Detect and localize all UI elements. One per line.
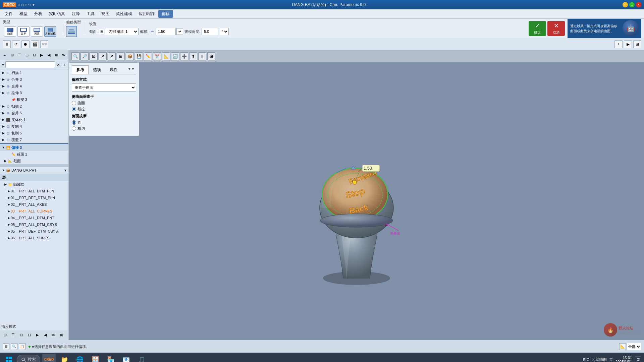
- menu-analysis[interactable]: 分析: [31, 10, 46, 18]
- layer-item-hidden[interactable]: ▶ 📁 隐藏层: [0, 181, 68, 188]
- taskbar-search[interactable]: 搜索: [17, 355, 40, 362]
- panel-btn-2[interactable]: ⊞: [9, 52, 15, 59]
- taskbar-app-store[interactable]: 🏪: [104, 354, 117, 362]
- menu-simulation[interactable]: 实时仿真: [46, 10, 68, 18]
- angle-unit-select[interactable]: °: [220, 28, 229, 35]
- tree-item-merge3[interactable]: ▶ ⊗ 合并 3: [0, 76, 68, 83]
- arrow-btn[interactable]: ▶: [624, 40, 632, 48]
- confirm-button[interactable]: ✓ 确定: [529, 21, 546, 36]
- cancel-button[interactable]: ✕ 取消: [547, 21, 565, 36]
- taper-radio-straight-input[interactable]: [72, 120, 76, 125]
- layer-def-dtm-pln[interactable]: ▶ 01__PRT_DEF_DTM_PLN: [0, 194, 68, 201]
- menu-apps[interactable]: 应用程序: [136, 10, 158, 18]
- side-radio-section-input[interactable]: [72, 107, 76, 111]
- layer-dtm-pln[interactable]: ▶ 01__PRT_ALL_DTM_PLN: [0, 188, 68, 194]
- taskbar-app-edge[interactable]: 🌐: [73, 354, 87, 362]
- status-btn2[interactable]: 🔍: [11, 343, 17, 350]
- offset-value-input[interactable]: [156, 28, 176, 35]
- vp-save-view[interactable]: 💾: [135, 52, 143, 60]
- pb-btn-5[interactable]: ▶: [34, 331, 41, 339]
- type-draft-btn[interactable]: 具有拔模: [44, 26, 56, 37]
- pb-btn-8[interactable]: ⊞: [58, 331, 65, 339]
- pb-btn-4[interactable]: ⊟: [25, 331, 33, 339]
- layer-all-surfs[interactable]: ▶ 06__PRT_ALL_SURFS: [0, 235, 68, 241]
- taskbar-app-windows[interactable]: 🪟: [89, 354, 102, 362]
- tree-item-solid1[interactable]: ▶ ⬛ 实体化 1: [0, 116, 68, 123]
- start-button[interactable]: [3, 354, 15, 362]
- menu-view[interactable]: 视图: [98, 10, 113, 18]
- taper-radio-tangent-input[interactable]: [72, 126, 76, 131]
- close-button[interactable]: ✕: [636, 2, 641, 7]
- panel-btn-4[interactable]: ⊡: [23, 52, 30, 59]
- more-btn[interactable]: ⊞: [633, 40, 641, 48]
- menu-offset[interactable]: 偏移: [158, 10, 173, 18]
- vp-sketch[interactable]: ✏️: [144, 52, 152, 60]
- tree-item-copy4[interactable]: ▶ ⊡ 复制 4: [0, 123, 68, 130]
- taper-radio-straight[interactable]: 直: [72, 120, 136, 125]
- tree-item-merge5[interactable]: ▶ ⊗ 合并 5: [0, 110, 68, 116]
- vp-arrow[interactable]: ⬆: [189, 52, 197, 60]
- viewport[interactable]: 🔍 🔎 ⊡ ↗ ↗ ⊞ 📦 💾 ✏️ ✂️ 📐 🔄 ➕ ⬆ ⏸ ⊞ 参考 选项 …: [69, 50, 644, 340]
- taper-radio-tangent[interactable]: 相切: [72, 126, 136, 131]
- type-perimeter-btn[interactable]: 周边: [31, 26, 43, 37]
- pb-btn-7[interactable]: ≫: [50, 331, 57, 339]
- offset-type-icon[interactable]: [66, 26, 77, 37]
- tree-item-scan1[interactable]: ▶ ⊙ 扫描 1: [0, 69, 68, 76]
- tree-item-copy5[interactable]: ▶ ⊡ 复制 5: [0, 130, 68, 136]
- vp-pick[interactable]: ↗: [108, 52, 116, 60]
- side-radio-surface-input[interactable]: [72, 101, 76, 105]
- tree-item-merge4[interactable]: ▶ ⊗ 合并 4: [0, 83, 68, 89]
- vp-plus[interactable]: ➕: [180, 52, 188, 60]
- panel-more-btn[interactable]: ▼▼: [126, 65, 136, 74]
- view-all-select[interactable]: 全部: [627, 343, 641, 350]
- tree-item-section-ref[interactable]: ▶ 📐 截面: [0, 158, 68, 164]
- tab-options[interactable]: 选项: [89, 65, 105, 74]
- vp-zoom-fit[interactable]: ⊡: [90, 52, 98, 60]
- maximize-button[interactable]: □: [629, 2, 635, 7]
- film-btn[interactable]: 🎬: [31, 40, 39, 48]
- tree-item-part[interactable]: ▼ 📦 DANG-BA.PRT ▼: [0, 167, 68, 174]
- view-mode-icon[interactable]: 📐: [619, 343, 626, 350]
- taskbar-app-files[interactable]: 📁: [58, 354, 71, 362]
- vp-3d[interactable]: 📦: [126, 52, 134, 60]
- notification-btn[interactable]: ⊡: [635, 356, 641, 362]
- status-btn3[interactable]: 📋: [19, 343, 25, 350]
- layer-all-axes[interactable]: ▶ 02__PRT_ALL_AXES: [0, 201, 68, 208]
- panel-btn-7[interactable]: ◀: [46, 52, 52, 59]
- spin-btn[interactable]: ⟳: [12, 40, 20, 48]
- tab-ref[interactable]: 参考: [72, 65, 89, 74]
- panel-btn-5[interactable]: ⊟: [31, 52, 38, 59]
- vp-grid[interactable]: ⊞: [207, 52, 215, 60]
- layer-all-dtm-pnt[interactable]: ▶ 04__PRT_ALL_DTM_PNT: [0, 215, 68, 221]
- minimize-button[interactable]: ─: [623, 2, 628, 7]
- pb-btn-6[interactable]: ◀: [42, 331, 49, 339]
- flip-direction-btn[interactable]: ⇄: [176, 28, 183, 35]
- record-btn[interactable]: ⏺: [21, 40, 30, 48]
- tree-item-extrude3[interactable]: ▶ ⊞ 拉伸 3: [0, 89, 68, 96]
- search-add-btn[interactable]: +: [62, 62, 67, 68]
- method-select[interactable]: 垂直于曲面: [72, 83, 136, 92]
- vp-select[interactable]: ↗: [99, 52, 107, 60]
- side-radio-surface[interactable]: 曲面: [72, 101, 136, 106]
- cutplan-select[interactable]: 内部 截面 1: [105, 28, 139, 35]
- tree-item-ref3[interactable]: 📌 根安 3: [0, 96, 68, 103]
- menu-tools[interactable]: 工具: [83, 10, 98, 18]
- pause-btn[interactable]: ⏸: [3, 40, 11, 48]
- vp-box[interactable]: ⊞: [117, 52, 125, 60]
- panel-btn-3[interactable]: ☰: [16, 52, 23, 59]
- menu-model[interactable]: 模型: [16, 10, 31, 18]
- type-edge-btn[interactable]: 边界: [17, 26, 30, 37]
- menu-flexible[interactable]: 柔性建模: [113, 10, 136, 18]
- panel-btn-9[interactable]: ≫: [60, 52, 67, 59]
- vp-measure[interactable]: 📐: [162, 52, 170, 60]
- taskbar-app-creo[interactable]: CREO: [42, 354, 56, 362]
- pb-btn-3[interactable]: ⊡: [17, 331, 25, 339]
- tree-item-section1[interactable]: ✏️ 截面 1: [0, 151, 68, 158]
- search-input[interactable]: [5, 61, 55, 68]
- taskbar-app-music[interactable]: 🎵: [135, 354, 148, 362]
- tree-item-cover7[interactable]: ▶ ⊡ 覆盖 7: [0, 136, 68, 143]
- layer-all-dtm-csys[interactable]: ▶ 05__PRT_ALL_DTM_CSYS: [0, 221, 68, 228]
- search-clear-btn[interactable]: ✕: [56, 62, 61, 68]
- panel-btn-6[interactable]: ▶: [38, 52, 45, 59]
- vp-zoom-in[interactable]: 🔍: [71, 52, 79, 60]
